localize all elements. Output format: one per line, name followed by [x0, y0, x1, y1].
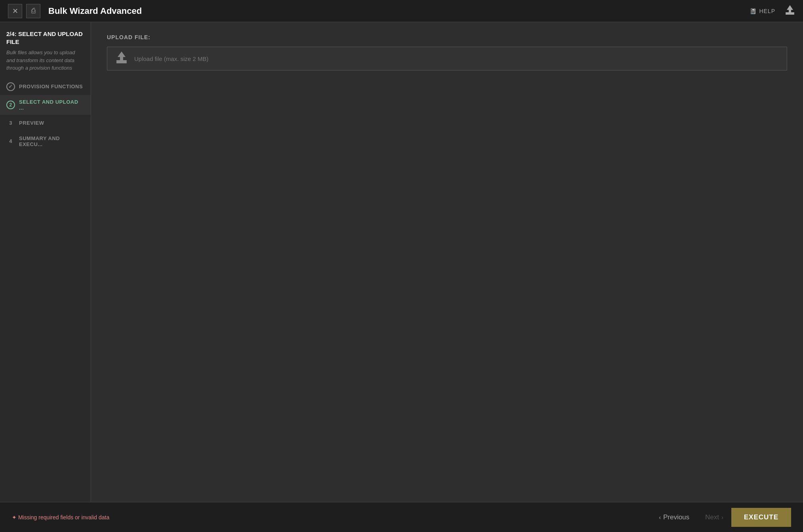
upload-area-icon — [115, 51, 128, 67]
print-icon: ⎙ — [31, 7, 36, 15]
previous-button[interactable]: ‹ Previous — [651, 509, 697, 525]
execute-button[interactable]: EXECUTE — [731, 508, 791, 527]
footer: ✦ Missing required fields or invalid dat… — [0, 502, 803, 532]
upload-area[interactable]: Upload file (max. size 2 MB) — [107, 47, 787, 70]
close-icon: ✕ — [12, 7, 18, 15]
footer-navigation: ‹ Previous Next › EXECUTE — [651, 508, 791, 527]
body: 2/4: SELECT AND UPLOAD FILE Bulk files a… — [0, 22, 803, 502]
svg-rect-3 — [116, 60, 127, 62]
main-content: UPLOAD FILE: Upload file (max. size 2 MB… — [91, 22, 803, 502]
svg-marker-2 — [787, 5, 793, 12]
sidebar-section-title: 2/4: SELECT AND UPLOAD FILE — [0, 30, 91, 47]
page-title: Bulk Wizard Advanced — [48, 6, 750, 16]
help-button[interactable]: 📓 HELP — [750, 8, 775, 14]
sidebar-item-select-upload[interactable]: 2 SELECT AND UPLOAD ... — [0, 95, 91, 115]
sidebar-item-label-1: PROVISION FUNCTIONS — [19, 84, 83, 89]
header: ✕ ⎙ Bulk Wizard Advanced 📓 HELP — [0, 0, 803, 22]
sidebar-item-summary-execute[interactable]: 4 SUMMARY AND EXECU... — [0, 131, 91, 151]
close-button[interactable]: ✕ — [8, 4, 22, 18]
sidebar-description: Bulk files allows you to upload and tran… — [0, 47, 91, 78]
book-icon: 📓 — [750, 8, 757, 14]
sidebar-item-preview[interactable]: 3 PREVIEW — [0, 115, 91, 131]
sidebar-item-provision-functions[interactable]: ✓ PROVISION FUNCTIONS — [0, 78, 91, 95]
step2-number-icon: 2 — [6, 101, 15, 109]
step4-number-icon: 4 — [6, 137, 15, 146]
svg-marker-5 — [118, 51, 126, 60]
step3-number-icon: 3 — [6, 119, 15, 127]
chevron-left-icon: ‹ — [659, 514, 661, 521]
sidebar-item-label-2: SELECT AND UPLOAD ... — [19, 99, 84, 111]
svg-rect-1 — [786, 13, 794, 15]
upload-file-label: UPLOAD FILE: — [107, 34, 787, 40]
next-button[interactable]: Next › — [697, 509, 731, 525]
svg-rect-0 — [786, 12, 794, 13]
chevron-right-icon: › — [721, 514, 723, 521]
sidebar-item-label-3: PREVIEW — [19, 120, 44, 126]
upload-header-button[interactable] — [785, 4, 795, 18]
step1-check-icon: ✓ — [6, 82, 15, 91]
print-button[interactable]: ⎙ — [26, 4, 40, 18]
sidebar-item-label-4: SUMMARY AND EXECU... — [19, 135, 84, 147]
svg-rect-4 — [116, 62, 127, 63]
sidebar: 2/4: SELECT AND UPLOAD FILE Bulk files a… — [0, 22, 91, 502]
upload-area-text: Upload file (max. size 2 MB) — [134, 55, 209, 62]
error-message: ✦ Missing required fields or invalid dat… — [12, 514, 109, 521]
